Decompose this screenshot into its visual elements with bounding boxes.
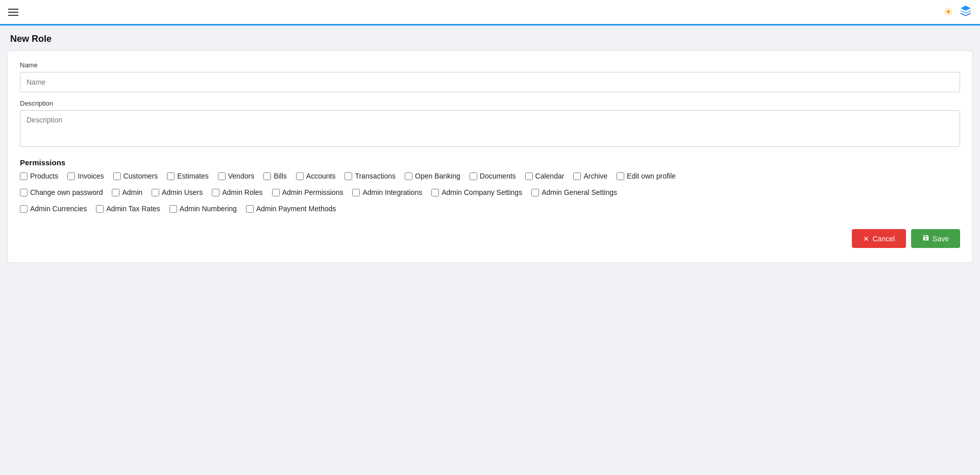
app-logo-icon: [960, 5, 972, 20]
label-perm_admin_general_settings[interactable]: Admin General Settings: [542, 188, 617, 196]
label-perm_open_banking[interactable]: Open Banking: [415, 172, 460, 180]
checkbox-perm_admin_currencies[interactable]: [20, 205, 28, 213]
label-perm_edit_own_profile[interactable]: Edit own profile: [627, 172, 676, 180]
label-perm_change_own_password[interactable]: Change own password: [30, 188, 103, 196]
label-perm_admin_company_settings[interactable]: Admin Company Settings: [442, 188, 522, 196]
checkbox-perm_admin_integrations[interactable]: [352, 189, 360, 196]
permission-item-perm_transactions: Transactions: [345, 172, 396, 180]
permission-item-perm_admin_users: Admin Users: [152, 188, 203, 196]
name-input[interactable]: [20, 72, 960, 92]
checkbox-perm_admin_roles[interactable]: [212, 189, 219, 196]
permissions-row-3: Admin CurrenciesAdmin Tax RatesAdmin Num…: [20, 205, 960, 217]
save-icon: [922, 234, 929, 243]
top-bar-right: ☀: [943, 5, 972, 20]
cancel-label: Cancel: [872, 235, 895, 243]
permission-item-perm_admin_numbering: Admin Numbering: [169, 205, 237, 213]
checkbox-perm_open_banking[interactable]: [405, 172, 412, 180]
label-perm_estimates[interactable]: Estimates: [177, 172, 208, 180]
label-perm_transactions[interactable]: Transactions: [355, 172, 396, 180]
label-perm_products[interactable]: Products: [30, 172, 58, 180]
name-label: Name: [20, 61, 960, 69]
save-button[interactable]: Save: [911, 229, 960, 248]
permission-item-perm_admin_general_settings: Admin General Settings: [531, 188, 617, 196]
permission-item-perm_change_own_password: Change own password: [20, 188, 103, 196]
checkbox-perm_vendors[interactable]: [218, 172, 226, 180]
label-perm_admin_permissions[interactable]: Admin Permissions: [282, 188, 344, 196]
checkbox-perm_admin_payment_methods[interactable]: [246, 205, 254, 213]
checkbox-perm_admin[interactable]: [112, 189, 119, 196]
checkbox-perm_estimates[interactable]: [167, 172, 175, 180]
label-perm_accounts[interactable]: Accounts: [306, 172, 336, 180]
checkbox-perm_products[interactable]: [20, 172, 28, 180]
permission-item-perm_admin_roles: Admin Roles: [212, 188, 262, 196]
permissions-row-1: ProductsInvoicesCustomersEstimatesVendor…: [20, 172, 960, 184]
permission-item-perm_open_banking: Open Banking: [405, 172, 460, 180]
permission-item-perm_accounts: Accounts: [296, 172, 336, 180]
permission-item-perm_customers: Customers: [113, 172, 158, 180]
permissions-title: Permissions: [20, 158, 960, 167]
label-perm_admin_roles[interactable]: Admin Roles: [222, 188, 262, 196]
label-perm_calendar[interactable]: Calendar: [535, 172, 565, 180]
permission-item-perm_archive: Archive: [573, 172, 607, 180]
label-perm_archive[interactable]: Archive: [583, 172, 607, 180]
checkbox-perm_bills[interactable]: [263, 172, 271, 180]
label-perm_customers[interactable]: Customers: [124, 172, 158, 180]
description-input[interactable]: [20, 110, 960, 147]
permission-item-perm_vendors: Vendors: [218, 172, 254, 180]
permission-item-perm_bills: Bills: [263, 172, 287, 180]
checkbox-perm_customers[interactable]: [113, 172, 121, 180]
permission-item-perm_products: Products: [20, 172, 58, 180]
checkbox-perm_admin_general_settings[interactable]: [531, 189, 539, 196]
permission-item-perm_edit_own_profile: Edit own profile: [617, 172, 676, 180]
permission-item-perm_admin_integrations: Admin Integrations: [352, 188, 422, 196]
label-perm_admin_payment_methods[interactable]: Admin Payment Methods: [256, 205, 336, 213]
permission-item-perm_admin: Admin: [112, 188, 142, 196]
checkbox-perm_invoices[interactable]: [67, 172, 75, 180]
checkbox-perm_change_own_password[interactable]: [20, 189, 28, 196]
label-perm_documents[interactable]: Documents: [480, 172, 516, 180]
checkbox-perm_admin_users[interactable]: [152, 189, 159, 196]
description-label: Description: [20, 99, 960, 107]
checkbox-perm_accounts[interactable]: [296, 172, 304, 180]
checkbox-perm_admin_company_settings[interactable]: [431, 189, 439, 196]
checkbox-perm_transactions[interactable]: [345, 172, 352, 180]
cancel-button[interactable]: ✕ Cancel: [852, 229, 906, 248]
label-perm_admin_users[interactable]: Admin Users: [162, 188, 203, 196]
save-label: Save: [933, 235, 949, 243]
permission-item-perm_calendar: Calendar: [525, 172, 565, 180]
checkbox-perm_admin_permissions[interactable]: [272, 189, 280, 196]
label-perm_invoices[interactable]: Invoices: [78, 172, 104, 180]
button-row: ✕ Cancel Save: [20, 229, 960, 248]
cancel-icon: ✕: [863, 235, 869, 243]
new-role-form-card: Name Description Permissions ProductsInv…: [7, 51, 973, 263]
label-perm_admin_integrations[interactable]: Admin Integrations: [362, 188, 422, 196]
checkbox-perm_admin_numbering[interactable]: [169, 205, 177, 213]
label-perm_admin[interactable]: Admin: [122, 188, 142, 196]
page-title: New Role: [0, 26, 980, 51]
label-perm_admin_currencies[interactable]: Admin Currencies: [30, 205, 87, 213]
checkbox-perm_documents[interactable]: [470, 172, 477, 180]
permission-item-perm_admin_permissions: Admin Permissions: [272, 188, 344, 196]
permission-item-perm_documents: Documents: [470, 172, 516, 180]
top-bar: ☀: [0, 0, 980, 26]
checkbox-perm_admin_tax_rates[interactable]: [96, 205, 104, 213]
permission-item-perm_admin_currencies: Admin Currencies: [20, 205, 87, 213]
label-perm_vendors[interactable]: Vendors: [228, 172, 254, 180]
label-perm_bills[interactable]: Bills: [274, 172, 287, 180]
label-perm_admin_tax_rates[interactable]: Admin Tax Rates: [106, 205, 160, 213]
permission-item-perm_admin_company_settings: Admin Company Settings: [431, 188, 522, 196]
checkbox-perm_archive[interactable]: [573, 172, 581, 180]
permission-item-perm_admin_payment_methods: Admin Payment Methods: [246, 205, 336, 213]
permission-item-perm_invoices: Invoices: [67, 172, 104, 180]
permission-item-perm_estimates: Estimates: [167, 172, 208, 180]
checkbox-perm_calendar[interactable]: [525, 172, 533, 180]
permissions-row-2: Change own passwordAdminAdmin UsersAdmin…: [20, 188, 960, 201]
label-perm_admin_numbering[interactable]: Admin Numbering: [180, 205, 237, 213]
permission-item-perm_admin_tax_rates: Admin Tax Rates: [96, 205, 160, 213]
hamburger-menu-button[interactable]: [8, 9, 18, 16]
checkbox-perm_edit_own_profile[interactable]: [617, 172, 624, 180]
theme-toggle-icon[interactable]: ☀: [943, 6, 953, 19]
top-bar-left: [8, 9, 18, 16]
